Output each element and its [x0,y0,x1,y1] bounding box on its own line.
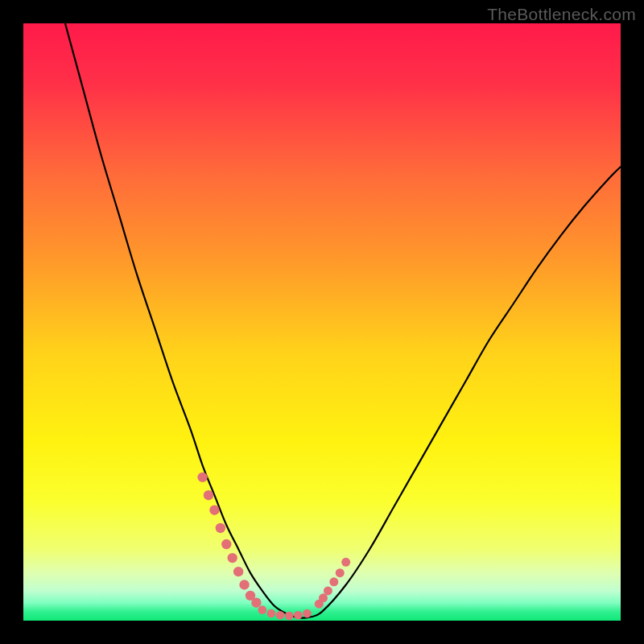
marker-point [294,611,303,620]
marker-point [216,523,225,533]
marker-point [303,609,312,618]
marker-point [285,612,294,621]
marker-point [251,598,261,608]
marker-point [209,506,219,515]
marker-point [276,611,285,620]
plot-area [23,23,621,621]
optimal-range-markers [197,473,350,621]
chart-container: TheBottleneck.com [0,0,644,644]
marker-point [258,605,267,614]
marker-point [341,558,350,567]
marker-point [228,553,237,563]
watermark-text: TheBottleneck.com [487,5,636,24]
marker-point [329,577,338,586]
bottleneck-curve [65,23,621,618]
marker-point [197,473,207,482]
marker-point [221,539,231,549]
marker-point [204,490,213,500]
marker-point [267,609,276,618]
marker-point [324,586,332,595]
marker-point [233,567,243,576]
marker-point [336,568,345,577]
curve-layer [23,23,621,621]
marker-point [239,580,249,589]
